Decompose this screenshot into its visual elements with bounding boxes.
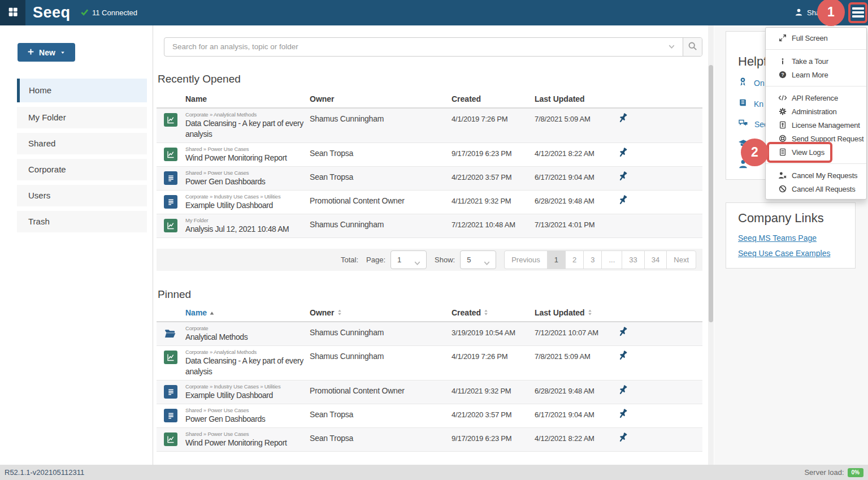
agents-connected-status[interactable]: 11 Connected [80, 0, 137, 25]
folder-navigation: HomeMy FolderSharedCorporateUsersTrash [17, 79, 147, 237]
gear-icon [778, 107, 787, 115]
item-name-cell[interactable]: Corporate » Industry Use Cases » Utiliti… [185, 380, 304, 404]
chevron-down-icon [413, 256, 422, 274]
item-name-cell[interactable]: Shared » Power Use CasesPower Gen Dashbo… [185, 404, 304, 427]
company-links-panel: Company Links Seeq MS Teams PageSeeq Use… [726, 202, 856, 269]
company-links-title: Company Links [738, 211, 855, 226]
column-header-created[interactable]: Created [452, 308, 489, 318]
sort-icon [587, 309, 593, 318]
pinned-header: NameOwnerCreatedLast Updated [157, 303, 702, 322]
company-link[interactable]: Seeq MS Teams Page [738, 233, 855, 243]
page-button-2[interactable]: 2 [565, 250, 584, 269]
company-link[interactable]: Seeq Use Case Examples [738, 249, 855, 258]
item-name[interactable]: Analysis Jul 12, 2021 10:48 AM [185, 224, 304, 235]
pin-icon[interactable] [618, 408, 628, 421]
chevron-down-icon[interactable] [667, 42, 676, 53]
item-name-cell[interactable]: Shared » Power Use CasesWind Power Monit… [185, 428, 304, 451]
item-name[interactable]: Wind Power Monitoring Report [185, 153, 304, 163]
pin-icon[interactable] [618, 171, 628, 184]
pin-icon[interactable] [618, 147, 628, 160]
sidebar-item-shared[interactable]: Shared [17, 133, 147, 154]
menu-item-take-a-tour[interactable]: Take a Tour [766, 54, 866, 68]
pin-icon[interactable] [618, 113, 628, 126]
search-placeholder: Search for an analysis, topic or folder [172, 38, 298, 56]
previous-page-button[interactable]: Previous [504, 250, 548, 269]
show-select[interactable]: 5 [460, 250, 496, 269]
new-button-label: New [39, 48, 55, 57]
seeq-logo[interactable]: Seeq [33, 0, 71, 25]
recently-opened-table: Corporate » Analytical MethodsData Clean… [157, 109, 702, 238]
item-name[interactable]: Data Cleansing - A key part of every ana… [185, 118, 304, 140]
pin-icon[interactable] [618, 326, 628, 339]
helpful-link-label[interactable]: Kn [754, 100, 763, 109]
menu-item-license-management[interactable]: License Management [766, 118, 866, 132]
scrollbar-thumb[interactable] [709, 65, 713, 322]
item-name[interactable]: Wind Power Monitoring Report [185, 438, 304, 448]
item-name[interactable]: Example Utility Dashboard [185, 390, 304, 401]
item-name[interactable]: Analytical Methods [185, 332, 304, 343]
column-header-name[interactable]: Name [185, 308, 215, 318]
annotation-box-2 [767, 142, 832, 163]
table-row[interactable]: Shared » Power Use CasesWind Power Monit… [157, 143, 702, 167]
new-button[interactable]: New [18, 43, 75, 62]
item-name-cell[interactable]: Corporate » Industry Use Cases » Utiliti… [185, 191, 304, 214]
menu-item-cancel-my-requests[interactable]: Cancel My Requests [766, 168, 866, 182]
table-row[interactable]: Corporate » Industry Use Cases » Utiliti… [157, 191, 702, 214]
user-menu[interactable]: Sha [795, 0, 820, 25]
sidebar-item-home[interactable]: Home [17, 79, 147, 102]
item-created: 9/17/2019 6:23 PM [452, 149, 511, 158]
pin-icon[interactable] [618, 350, 628, 363]
topic-icon [164, 385, 177, 399]
menu-item-full-screen[interactable]: Full Screen [766, 31, 866, 45]
search-input[interactable]: Search for an analysis, topic or folder [164, 37, 702, 57]
apps-grid-icon [8, 7, 18, 19]
item-name[interactable]: Data Cleansing - A key part of every ana… [185, 356, 304, 377]
page-button-34[interactable]: 34 [644, 250, 667, 269]
sidebar-item-my-folder[interactable]: My Folder [17, 107, 147, 128]
helpful-link-label[interactable]: On [754, 79, 765, 88]
item-path: Corporate » Analytical Methods [185, 111, 304, 118]
table-row[interactable]: Corporate » Industry Use Cases » Utiliti… [157, 380, 702, 404]
item-created: 4/1/2019 7:26 PM [452, 352, 507, 361]
column-header-last-updated[interactable]: Last Updated [535, 308, 593, 318]
pin-icon[interactable] [618, 194, 628, 207]
page-button-...[interactable]: ... [601, 250, 622, 269]
item-name[interactable]: Power Gen Dashboards [185, 414, 304, 425]
column-header-owner[interactable]: Owner [310, 308, 342, 318]
page-button-1[interactable]: 1 [547, 250, 566, 269]
sidebar-item-trash[interactable]: Trash [17, 211, 147, 232]
table-row[interactable]: My FolderAnalysis Jul 12, 2021 10:48 AMS… [157, 214, 702, 238]
item-name-cell[interactable]: Corporate » Analytical MethodsData Clean… [185, 109, 304, 142]
menu-item-cancel-all-requests[interactable]: Cancel All Requests [766, 182, 866, 196]
pin-icon[interactable] [618, 432, 628, 445]
menu-divider [766, 86, 866, 87]
item-name-cell[interactable]: Corporate » Analytical MethodsData Clean… [185, 346, 304, 380]
menu-item-learn-more[interactable]: ?Learn More [766, 68, 866, 81]
status-bar: R52.1.1-v202105112311 Server load: 0% [0, 465, 868, 480]
table-row[interactable]: Shared » Power Use CasesWind Power Monit… [157, 428, 702, 452]
table-row[interactable]: Corporate » Analytical MethodsData Clean… [157, 109, 702, 143]
main-content: Search for an analysis, topic or folder … [153, 25, 714, 465]
next-page-button[interactable]: Next [666, 250, 696, 269]
item-name-cell[interactable]: Shared » Power Use CasesWind Power Monit… [185, 143, 304, 166]
table-row[interactable]: Corporate » Analytical MethodsData Clean… [157, 346, 702, 380]
item-name[interactable]: Example Utility Dashboard [185, 200, 304, 211]
analysis-icon [164, 113, 177, 127]
pin-icon[interactable] [618, 384, 628, 397]
sidebar-item-corporate[interactable]: Corporate [17, 159, 147, 180]
item-name-cell[interactable]: My FolderAnalysis Jul 12, 2021 10:48 AM [185, 214, 304, 237]
page-button-3[interactable]: 3 [583, 250, 602, 269]
page-button-33[interactable]: 33 [622, 250, 644, 269]
sidebar-item-users[interactable]: Users [17, 185, 147, 206]
table-row[interactable]: Shared » Power Use CasesPower Gen Dashbo… [157, 404, 702, 428]
menu-item-api-reference[interactable]: API Reference [766, 91, 866, 105]
table-row[interactable]: CorporateAnalytical MethodsShamus Cunnin… [157, 322, 702, 346]
apps-grid-button[interactable] [0, 0, 25, 25]
item-name-cell[interactable]: CorporateAnalytical Methods [185, 322, 304, 345]
search-button[interactable] [683, 38, 702, 56]
menu-item-administration[interactable]: Administration [766, 105, 866, 118]
item-name[interactable]: Power Gen Dashboards [185, 176, 304, 187]
page-select[interactable]: 1 [390, 250, 427, 269]
table-row[interactable]: Shared » Power Use CasesPower Gen Dashbo… [157, 167, 702, 191]
item-name-cell[interactable]: Shared » Power Use CasesPower Gen Dashbo… [185, 167, 304, 190]
